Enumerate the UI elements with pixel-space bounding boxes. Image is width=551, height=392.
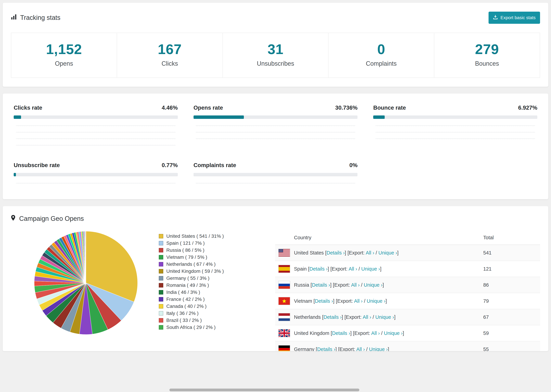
legend-color-swatch [159, 318, 163, 322]
dotted-leader [376, 126, 535, 126]
country-flag-icon [279, 297, 290, 305]
stat-value: 167 [117, 41, 222, 57]
export-all-link[interactable]: All › [371, 330, 380, 336]
dotted-leader [196, 139, 355, 139]
export-unique-link[interactable]: Unique › [384, 330, 403, 336]
table-row: United States [Details ›] [Export: All ›… [275, 245, 540, 261]
details-link[interactable]: Details › [309, 266, 327, 272]
country-name: Germany [294, 347, 314, 351]
rate-detail-row [14, 181, 178, 187]
legend-label: United Kingdom ( 59 / 3% ) [166, 268, 224, 275]
rates-grid: Clicks rate 4.46% Opens rate [11, 102, 540, 190]
legend-label: France ( 42 / 2% ) [166, 296, 205, 303]
export-all-link[interactable]: All › [363, 314, 371, 320]
rate-detail-row [373, 129, 537, 136]
horizontal-scrollbar-thumb[interactable] [170, 389, 359, 391]
dotted-leader [16, 145, 175, 145]
export-icon [493, 15, 498, 21]
stat-value: 0 [329, 41, 434, 57]
country-total: 79 [483, 298, 535, 304]
dotted-leader [376, 132, 535, 132]
legend-label: Italy ( 36 / 2% ) [166, 310, 198, 317]
legend-color-swatch [159, 241, 163, 245]
legend-item: France ( 42 / 2% ) [159, 296, 261, 303]
total-column-header: Total [483, 235, 535, 240]
export-all-link[interactable]: All › [356, 347, 365, 351]
rate-section: Opens rate 30.736% [194, 105, 358, 149]
country-total: 59 [483, 330, 535, 336]
rate-progress-fill [194, 115, 244, 119]
details-link[interactable]: Details › [315, 298, 333, 304]
legend-color-swatch [159, 304, 163, 308]
rate-percent: 4.46% [162, 105, 178, 111]
table-row: Germany [Details ›] [Export: All › / Uni… [275, 341, 540, 351]
export-unique-link[interactable]: Unique › [367, 298, 386, 304]
rate-detail-row [194, 136, 358, 142]
legend-label: Canada ( 40 / 2% ) [166, 303, 206, 310]
export-unique-link[interactable]: Unique › [369, 347, 388, 351]
geo-legend: United States ( 541 / 31% ) Spain ( 121 … [159, 231, 261, 331]
legend-label: Russia ( 86 / 5% ) [166, 247, 205, 254]
country-flag-icon [279, 313, 290, 321]
stat-label: Unsubscribes [223, 60, 328, 67]
legend-color-swatch [159, 262, 163, 266]
rate-title: Complaints rate [194, 162, 236, 168]
rate-progress-fill [373, 115, 384, 119]
rate-detail-row [14, 142, 178, 149]
tracking-stats-title: Tracking stats [11, 14, 60, 21]
legend-item: Spain ( 121 / 7% ) [159, 240, 261, 247]
stat-label: Clicks [117, 60, 222, 67]
export-unique-link[interactable]: Unique › [378, 250, 397, 256]
export-basic-stats-button[interactable]: Export basic stats [488, 12, 540, 24]
legend-item: Romania ( 49 / 3% ) [159, 282, 261, 289]
dotted-leader [16, 126, 175, 126]
geo-pie-chart[interactable] [34, 231, 138, 335]
rate-progress-track [194, 115, 358, 119]
legend-label: Spain ( 121 / 7% ) [166, 240, 205, 247]
rate-detail-row [194, 123, 358, 129]
country-total: 55 [483, 347, 535, 351]
legend-label: Vietnam ( 79 / 5% ) [166, 254, 207, 261]
country-name: Vietnam [294, 298, 312, 304]
legend-color-swatch [159, 269, 163, 273]
bar-chart-icon [11, 14, 17, 21]
stat-value: 279 [434, 41, 540, 57]
rate-percent: 30.736% [335, 105, 357, 111]
dotted-leader [196, 126, 355, 126]
rate-detail-row [14, 136, 178, 142]
country-flag-icon [279, 345, 290, 351]
country-column-header: Country [294, 235, 483, 240]
details-link[interactable]: Details › [332, 330, 350, 336]
details-link[interactable]: Details › [312, 282, 330, 288]
country-flag-icon [279, 249, 290, 257]
legend-label: India ( 46 / 3% ) [166, 289, 200, 296]
country-name: Spain [294, 266, 307, 272]
legend-item: United States ( 541 / 31% ) [159, 233, 261, 240]
rate-detail-row [194, 181, 358, 187]
details-link[interactable]: Details › [324, 314, 342, 320]
export-all-link[interactable]: All › [351, 282, 360, 288]
details-link[interactable]: Details › [317, 347, 335, 351]
stat-value: 1,152 [11, 41, 117, 57]
export-unique-link[interactable]: Unique › [364, 282, 383, 288]
details-link[interactable]: Details › [326, 250, 345, 256]
country-total: 86 [483, 282, 535, 288]
dotted-leader [16, 183, 175, 183]
export-all-link[interactable]: All › [354, 298, 363, 304]
export-all-link[interactable]: All › [366, 250, 374, 256]
export-unique-link[interactable]: Unique › [361, 266, 380, 272]
geo-table-header: Country Total [275, 231, 540, 245]
legend-color-swatch [159, 255, 163, 259]
country-total: 541 [483, 250, 535, 256]
export-all-link[interactable]: All › [349, 266, 357, 272]
stats-strip: 1,152 Opens 167 Clicks 31 Unsubscribes 0… [11, 33, 540, 78]
stat-box: 31 Unsubscribes [223, 33, 329, 77]
legend-item: United Kingdom ( 59 / 3% ) [159, 268, 261, 275]
legend-item: India ( 46 / 3% ) [159, 289, 261, 296]
rate-detail-row [194, 129, 358, 136]
legend-color-swatch [159, 297, 163, 301]
stat-label: Complaints [329, 60, 434, 67]
export-unique-link[interactable]: Unique › [375, 314, 394, 320]
legend-item: Canada ( 40 / 2% ) [159, 303, 261, 310]
dotted-leader [196, 183, 355, 183]
